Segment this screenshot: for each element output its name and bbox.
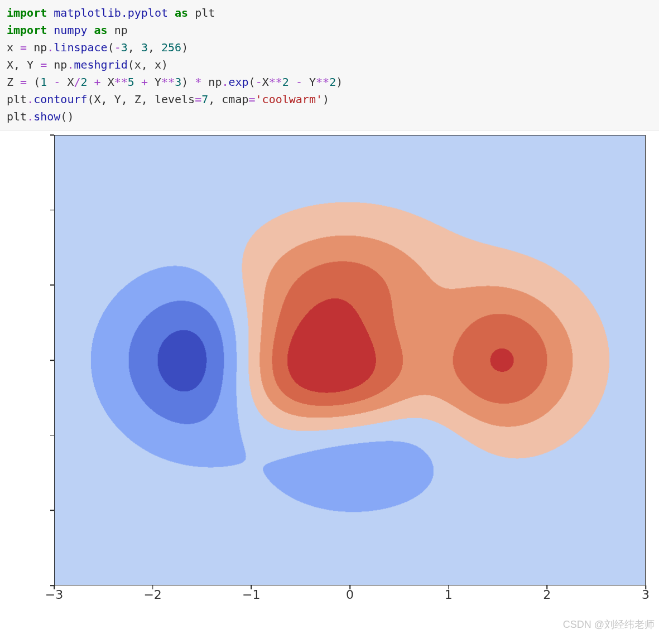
x-tick-label: 0 <box>346 588 354 602</box>
contour-plot <box>54 135 646 585</box>
figure: −3−2−10123 −3−2−10123 CSDN @刘经纬老师 <box>0 130 659 632</box>
x-tick-label: −3 <box>45 588 63 602</box>
x-tick-label: 1 <box>445 588 453 602</box>
x-tick-label: 3 <box>642 588 650 602</box>
x-tick-label: −2 <box>143 588 161 602</box>
x-tick-label: −1 <box>242 588 260 602</box>
plot-axes <box>54 135 646 585</box>
watermark: CSDN @刘经纬老师 <box>563 618 655 631</box>
code-block: import matplotlib.pyplot as plt import n… <box>0 0 659 130</box>
x-tick-label: 2 <box>543 588 551 602</box>
